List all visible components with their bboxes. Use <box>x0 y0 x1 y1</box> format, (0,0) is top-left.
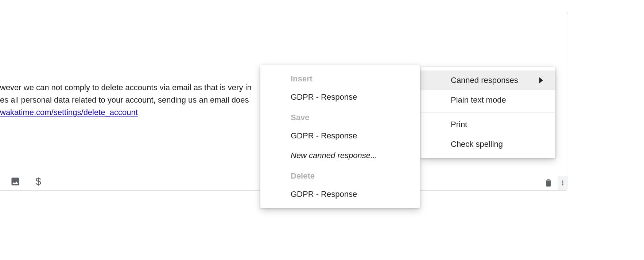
menu-item-print[interactable]: Print <box>420 115 555 134</box>
menu-label-canned-responses: Canned responses <box>451 76 518 85</box>
chevron-right-icon <box>539 77 543 83</box>
menu-label-plain-text: Plain text mode <box>451 95 506 105</box>
submenu-insert-gdpr[interactable]: GDPR - Response <box>260 87 420 107</box>
email-body[interactable]: wever we can not comply to delete accoun… <box>0 81 252 119</box>
menu-label-print: Print <box>451 120 467 129</box>
submenu-delete-gdpr-label: GDPR - Response <box>291 190 357 199</box>
menu-label-check-spelling: Check spelling <box>451 139 503 149</box>
more-options-button[interactable] <box>558 176 568 190</box>
menu-item-canned-responses[interactable]: Canned responses <box>420 70 555 90</box>
body-line-1: wever we can not comply to delete accoun… <box>0 83 252 92</box>
submenu-header-delete: Delete <box>260 165 420 184</box>
submenu-new-canned-response-label: New canned response... <box>291 151 377 160</box>
submenu-header-insert: Insert <box>260 68 420 87</box>
submenu-insert-gdpr-label: GDPR - Response <box>291 92 357 102</box>
submenu-header-save: Save <box>260 107 420 126</box>
submenu-delete-gdpr[interactable]: GDPR - Response <box>260 184 420 204</box>
submenu-new-canned-response[interactable]: New canned response... <box>260 146 420 165</box>
more-options-menu: Canned responses Plain text mode Print C… <box>420 67 555 158</box>
menu-item-check-spelling[interactable]: Check spelling <box>420 134 555 154</box>
canned-responses-submenu: Insert GDPR - Response Save GDPR - Respo… <box>260 65 420 208</box>
submenu-save-gdpr[interactable]: GDPR - Response <box>260 126 420 146</box>
menu-item-plain-text[interactable]: Plain text mode <box>420 90 555 110</box>
body-line-2: es all personal data related to your acc… <box>0 95 249 104</box>
dollar-icon[interactable]: $ <box>33 176 43 187</box>
insert-image-icon[interactable] <box>10 176 20 187</box>
menu-divider <box>420 112 555 112</box>
discard-draft-icon[interactable] <box>544 178 553 188</box>
submenu-save-gdpr-label: GDPR - Response <box>291 131 357 141</box>
compose-right-icons <box>544 176 568 190</box>
compose-toolbar: $ <box>10 176 43 187</box>
delete-account-link[interactable]: wakatime.com/settings/delete_account <box>0 108 138 117</box>
